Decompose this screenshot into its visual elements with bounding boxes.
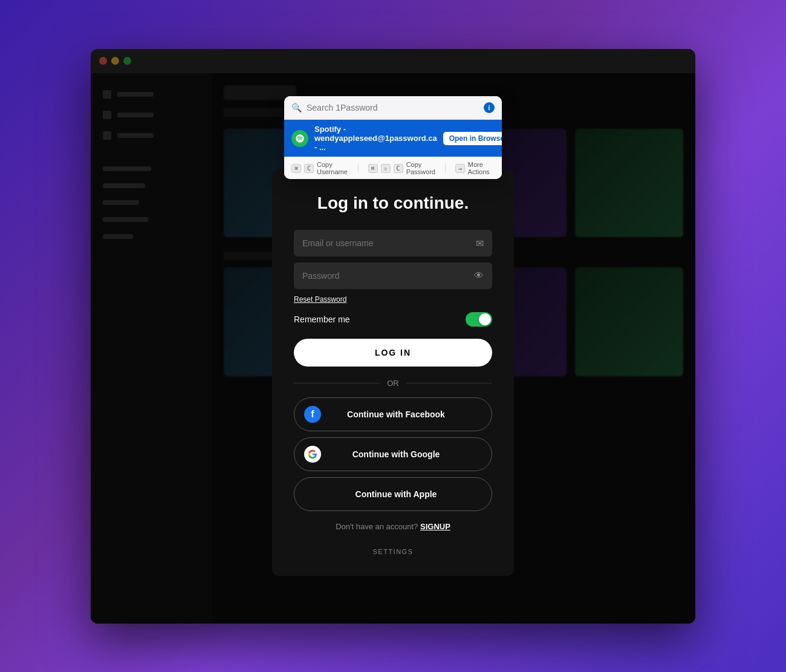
kbd-cmd2: ⌘ bbox=[368, 164, 378, 173]
more-actions-label: More Actions bbox=[468, 161, 495, 175]
mac-window: 🔍 i Spotify - wendyappleseed@1password.c… bbox=[91, 49, 695, 624]
op-more-actions[interactable]: → More Actions bbox=[455, 161, 495, 175]
copy-password-label: Copy Password bbox=[406, 161, 435, 175]
or-line-left bbox=[294, 383, 380, 383]
settings-row: SETTINGS bbox=[294, 546, 492, 556]
op-copy-username-action[interactable]: ⌘ C Copy Username bbox=[291, 161, 348, 175]
facebook-button-label: Continue with Facebook bbox=[310, 409, 482, 419]
op-divider bbox=[358, 164, 359, 172]
email-form-group: ✉ bbox=[294, 230, 492, 256]
signup-row: Don't have an account? SIGNUP bbox=[294, 522, 492, 531]
toggle-knob bbox=[479, 313, 491, 325]
kbd-arrow: → bbox=[455, 164, 465, 173]
spotify-icon bbox=[291, 130, 308, 147]
or-line-right bbox=[406, 383, 492, 383]
kbd-cmd: ⌘ bbox=[291, 164, 301, 173]
or-divider: OR bbox=[294, 379, 492, 388]
kbd-c2: C bbox=[394, 164, 403, 173]
password-input-wrapper: 👁 bbox=[294, 263, 492, 289]
email-input-wrapper: ✉ bbox=[294, 230, 492, 256]
modal-overlay: 🔍 i Spotify - wendyappleseed@1password.c… bbox=[91, 49, 695, 624]
settings-text[interactable]: SETTINGS bbox=[372, 548, 413, 555]
email-icon: ✉ bbox=[476, 238, 484, 249]
op-info-icon: i bbox=[484, 102, 495, 113]
signup-link[interactable]: SIGNUP bbox=[420, 522, 450, 531]
remember-me-row: Remember me bbox=[294, 312, 492, 327]
copy-username-label: Copy Username bbox=[317, 161, 348, 175]
password-input[interactable] bbox=[294, 263, 492, 289]
op-result-row[interactable]: Spotify - wendyappleseed@1password.ca - … bbox=[284, 120, 502, 157]
apple-button-label: Continue with Apple bbox=[310, 489, 482, 499]
op-open-browser-button[interactable]: Open in Browser bbox=[443, 132, 502, 145]
op-result-text: Spotify - wendyappleseed@1password.ca - … bbox=[314, 125, 437, 152]
login-title: Log in to continue. bbox=[294, 194, 492, 213]
op-divider2 bbox=[445, 164, 446, 172]
email-input[interactable] bbox=[294, 230, 492, 256]
remember-me-toggle[interactable] bbox=[466, 312, 492, 327]
op-search-icon: 🔍 bbox=[291, 103, 302, 113]
reset-password-link[interactable]: Reset Password bbox=[294, 295, 492, 304]
google-button[interactable]: Continue with Google bbox=[294, 437, 492, 471]
op-copy-password-action[interactable]: ⌘ ⇧ C Copy Password bbox=[368, 161, 435, 175]
modal-container: 🔍 i Spotify - wendyappleseed@1password.c… bbox=[91, 49, 695, 624]
op-result-title: Spotify - wendyappleseed@1password.ca - … bbox=[314, 125, 437, 152]
signup-prompt: Don't have an account? bbox=[336, 522, 418, 531]
op-search-row: 🔍 i bbox=[284, 96, 502, 120]
login-modal: Log in to continue. ✉ 👁 Reset P bbox=[272, 169, 514, 576]
op-search-input[interactable] bbox=[307, 103, 479, 113]
op-actions-row: ⌘ C Copy Username ⌘ ⇧ C Copy Password → bbox=[284, 157, 502, 179]
google-button-label: Continue with Google bbox=[310, 449, 482, 459]
kbd-shift: ⇧ bbox=[381, 164, 391, 173]
onepassword-popup: 🔍 i Spotify - wendyappleseed@1password.c… bbox=[284, 96, 502, 179]
password-form-group: 👁 bbox=[294, 263, 492, 289]
apple-button[interactable]: Continue with Apple bbox=[294, 477, 492, 511]
or-text: OR bbox=[387, 379, 399, 388]
facebook-button[interactable]: f Continue with Facebook bbox=[294, 397, 492, 431]
eye-icon[interactable]: 👁 bbox=[474, 270, 484, 281]
login-button[interactable]: LOG IN bbox=[294, 339, 492, 367]
remember-me-label: Remember me bbox=[294, 315, 350, 324]
kbd-c: C bbox=[304, 164, 314, 173]
